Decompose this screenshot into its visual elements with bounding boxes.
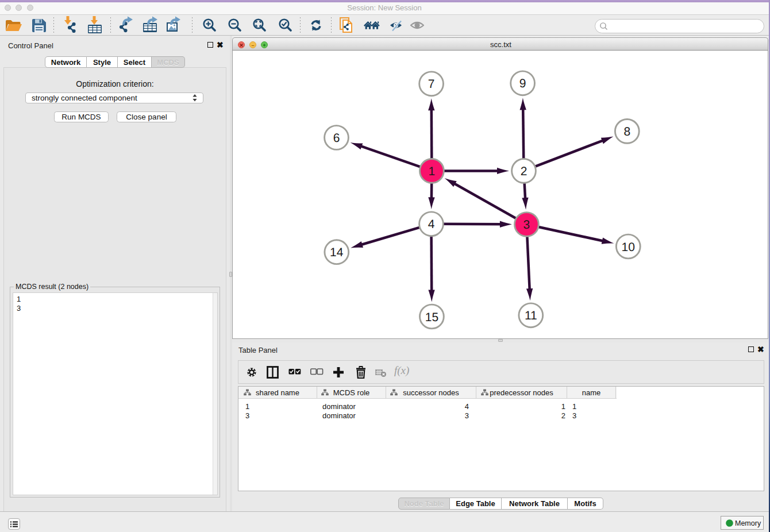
svg-text:9: 9: [519, 77, 526, 90]
svg-text:4: 4: [428, 218, 435, 231]
svg-text:14: 14: [330, 246, 344, 259]
svg-text:1: 1: [429, 165, 436, 178]
svg-text:6: 6: [333, 132, 340, 145]
svg-text:11: 11: [525, 309, 537, 322]
svg-text:3: 3: [523, 218, 530, 232]
svg-text:2: 2: [521, 165, 528, 178]
svg-text:10: 10: [622, 241, 635, 254]
svg-text:8: 8: [623, 125, 630, 138]
svg-text:7: 7: [428, 78, 435, 91]
svg-text:15: 15: [425, 311, 438, 324]
